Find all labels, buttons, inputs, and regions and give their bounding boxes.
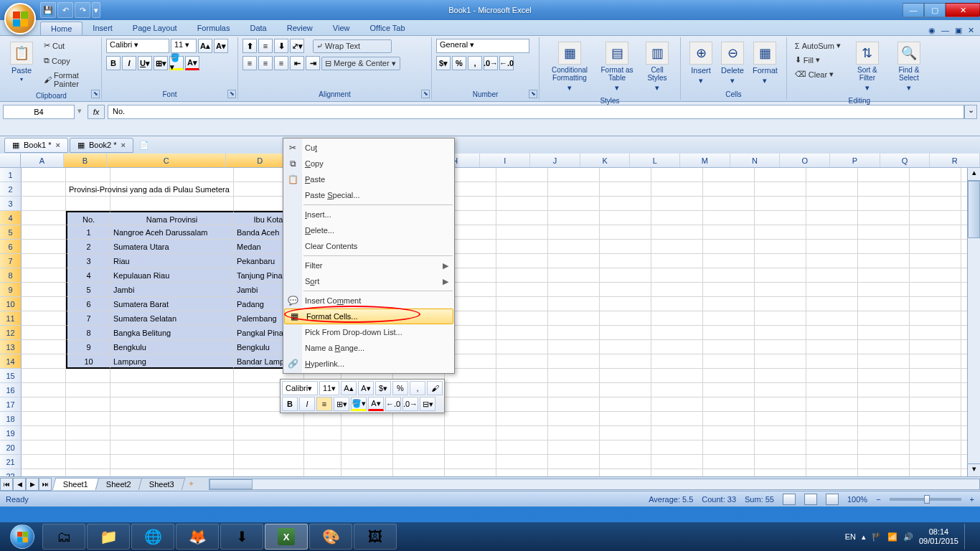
cell-O16[interactable] [806, 383, 858, 397]
sheet-nav-first[interactable]: ⏮ [0, 478, 13, 491]
cell-K13[interactable] [600, 340, 651, 354]
wrap-text-button[interactable]: ⤶Wrap Text [313, 39, 392, 53]
cell-O20[interactable] [806, 441, 858, 455]
cell-C13[interactable]: Bengkulu [110, 340, 234, 354]
cell-M7[interactable] [703, 254, 755, 268]
ctx-name-a-range-[interactable]: Name a Range... [283, 340, 454, 356]
cell-A15[interactable] [22, 369, 66, 383]
select-all-corner[interactable] [0, 154, 21, 167]
cell-M13[interactable] [703, 340, 755, 354]
cell-E18[interactable] [304, 412, 341, 426]
help-button[interactable]: ◉ [928, 26, 936, 35]
insert-cells-button[interactable]: ⊕Insert▾ [685, 39, 717, 88]
worksheet-grid[interactable]: ABCDEFGHIJKLMNOPQR 123456789101112131415… [0, 154, 980, 476]
cell-C7[interactable]: Riau [110, 254, 234, 268]
cell-Q7[interactable] [910, 254, 961, 268]
cell-N11[interactable] [755, 311, 806, 326]
col-header-M[interactable]: M [680, 154, 730, 167]
cell-N9[interactable] [755, 283, 806, 297]
cell-D22[interactable] [234, 469, 304, 476]
cell-H16[interactable] [445, 383, 496, 397]
cell-L15[interactable] [651, 369, 703, 383]
cell-J4[interactable] [548, 211, 600, 225]
cell-A13[interactable] [22, 340, 66, 354]
cell-J22[interactable] [548, 469, 600, 476]
cell-C4[interactable]: Nama Provinsi [110, 211, 234, 225]
mini-dec-decimal[interactable]: ←.0 [385, 397, 401, 411]
cell-H19[interactable] [445, 426, 496, 441]
mini-border[interactable]: ⊞▾ [334, 397, 349, 411]
cell-I18[interactable] [496, 412, 548, 426]
cell-A5[interactable] [22, 225, 66, 240]
cell-O7[interactable] [806, 254, 858, 268]
ctx-delete-[interactable]: Delete... [283, 222, 454, 238]
cell-P4[interactable] [858, 211, 910, 225]
cell-N10[interactable] [755, 297, 806, 311]
cell-P17[interactable] [858, 397, 910, 412]
cell-L16[interactable] [651, 383, 703, 397]
col-header-Q[interactable]: Q [880, 154, 930, 167]
cell-Q13[interactable] [910, 340, 961, 354]
cell-M20[interactable] [703, 441, 755, 455]
sort-filter-button[interactable]: ⇅Sort & Filter▾ [849, 39, 886, 95]
taskbar-idm[interactable]: ⬇ [220, 524, 263, 550]
cell-I22[interactable] [496, 469, 548, 476]
cell-F19[interactable] [341, 426, 393, 441]
cell-G19[interactable] [393, 426, 445, 441]
find-select-button[interactable]: 🔍Find & Select▾ [890, 39, 928, 95]
qat-customize-button[interactable]: ▾ [92, 2, 100, 18]
cell-M5[interactable] [703, 225, 755, 240]
cell-O17[interactable] [806, 397, 858, 412]
ctx-filter[interactable]: Filter▶ [283, 258, 454, 273]
cell-A4[interactable] [22, 211, 66, 225]
cell-K19[interactable] [600, 426, 651, 441]
cell-A9[interactable] [22, 283, 66, 297]
sheet-tab-sheet2[interactable]: Sheet2 [95, 478, 142, 490]
cell-B7[interactable]: 3 [66, 254, 110, 268]
cell-C14[interactable]: Lampung [110, 354, 234, 369]
cell-B10[interactable]: 6 [66, 297, 110, 311]
col-header-C[interactable]: C [107, 154, 226, 167]
cell-Q22[interactable] [910, 469, 961, 476]
cell-F22[interactable] [341, 469, 393, 476]
cell-M2[interactable] [703, 182, 755, 197]
cell-P2[interactable] [858, 182, 910, 197]
mini-percent[interactable]: % [392, 381, 408, 395]
cell-N3[interactable] [755, 197, 806, 211]
cell-O3[interactable] [806, 197, 858, 211]
cell-J17[interactable] [548, 397, 600, 412]
cell-B20[interactable] [66, 441, 110, 455]
cell-D19[interactable] [234, 426, 304, 441]
horizontal-scrollbar[interactable] [209, 479, 980, 490]
bold-button[interactable]: B [106, 56, 121, 70]
tab-view[interactable]: View [323, 22, 360, 35]
cell-Q3[interactable] [910, 197, 961, 211]
tab-formulas[interactable]: Formulas [187, 22, 240, 35]
cell-O10[interactable] [806, 297, 858, 311]
cell-M8[interactable] [703, 268, 755, 283]
cell-P19[interactable] [858, 426, 910, 441]
tray-clock[interactable]: 08:14 09/01/2015 [919, 527, 958, 546]
comma-button[interactable]: , [468, 56, 482, 70]
col-header-L[interactable]: L [630, 154, 680, 167]
cell-P8[interactable] [858, 268, 910, 283]
insert-sheet-button[interactable]: ✦ [188, 479, 194, 489]
cell-I10[interactable] [496, 297, 548, 311]
border-button[interactable]: ⊞▾ [154, 56, 168, 70]
ctx-cut[interactable]: ✂Cut [283, 140, 454, 156]
cell-A21[interactable] [22, 455, 66, 469]
ctx-paste-special-[interactable]: Paste Special... [283, 187, 454, 203]
cell-C19[interactable] [110, 426, 234, 441]
cell-C3[interactable] [110, 197, 234, 211]
cell-P22[interactable] [858, 469, 910, 476]
cell-M18[interactable] [703, 412, 755, 426]
cell-Q2[interactable] [910, 182, 961, 197]
cell-J15[interactable] [548, 369, 600, 383]
cell-M16[interactable] [703, 383, 755, 397]
cell-O22[interactable] [806, 469, 858, 476]
row-header-3[interactable]: 3 [0, 197, 22, 211]
cell-P13[interactable] [858, 340, 910, 354]
col-header-I[interactable]: I [480, 154, 530, 167]
cell-H21[interactable] [445, 455, 496, 469]
cell-M12[interactable] [703, 326, 755, 340]
